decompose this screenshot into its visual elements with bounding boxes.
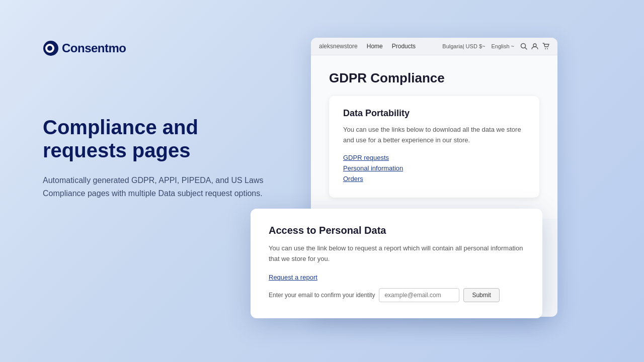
consentmo-logo-icon: [43, 40, 59, 56]
svg-point-5: [533, 44, 536, 47]
left-content: Compliance and requests pages Automatica…: [43, 116, 274, 200]
access-personal-data-description: You can use the link below to request a …: [269, 243, 524, 264]
nav-left: aleksnewstore Home Products: [319, 43, 416, 50]
svg-line-4: [525, 48, 527, 50]
svg-point-6: [545, 48, 546, 49]
email-label: Enter your email to confirm your identit…: [269, 292, 375, 299]
main-heading: Compliance and requests pages: [43, 116, 274, 162]
nav-products-link[interactable]: Products: [392, 43, 416, 50]
svg-point-2: [47, 46, 52, 51]
browser-navbar: aleksnewstore Home Products Bulgaria| US…: [311, 38, 557, 55]
store-name: aleksnewstore: [319, 43, 358, 50]
browser-window-front: Access to Personal Data You can use the …: [251, 209, 542, 318]
personal-info-link[interactable]: Personal information: [343, 164, 525, 172]
request-report-link[interactable]: Request a report: [269, 274, 524, 281]
data-portability-description: You can use the links below to download …: [343, 125, 525, 146]
nav-home-link[interactable]: Home: [367, 43, 383, 50]
logo-text: Consentmo: [62, 41, 126, 55]
data-portability-card: Data Portability You can use the links b…: [329, 96, 539, 198]
svg-point-7: [547, 48, 548, 49]
orders-link[interactable]: Orders: [343, 175, 525, 183]
main-description: Automatically generated GDPR, APPI, PIPE…: [43, 174, 274, 200]
cart-icon[interactable]: [542, 43, 549, 50]
nav-right: Bulgaria| USD $~ English ~: [442, 43, 549, 50]
account-icon[interactable]: [531, 43, 538, 50]
submit-button[interactable]: Submit: [463, 288, 499, 302]
gdpr-page-title: GDPR Compliance: [329, 70, 539, 86]
email-input[interactable]: [379, 288, 459, 302]
nav-language[interactable]: English ~: [491, 43, 514, 49]
data-portability-title: Data Portability: [343, 108, 525, 119]
nav-currency: Bulgaria| USD $~: [442, 43, 485, 49]
browser-content-back: GDPR Compliance Data Portability You can…: [311, 55, 557, 219]
nav-icons: [520, 43, 549, 50]
email-confirmation-row: Enter your email to confirm your identit…: [269, 288, 524, 302]
logo-area: Consentmo: [43, 40, 126, 56]
gdpr-requests-link[interactable]: GDPR requests: [343, 154, 525, 161]
search-icon[interactable]: [520, 43, 527, 50]
access-personal-data-title: Access to Personal Data: [269, 225, 524, 236]
